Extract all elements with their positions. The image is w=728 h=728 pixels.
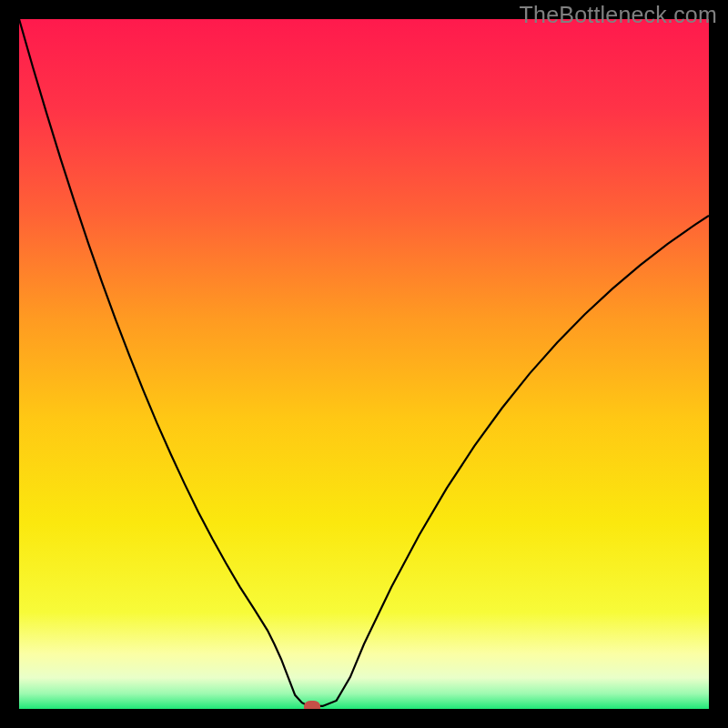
plot-area: [19, 19, 709, 709]
watermark-text: TheBottleneck.com: [520, 2, 717, 28]
chart-frame: TheBottleneck.com: [0, 0, 728, 728]
bottleneck-marker: [304, 701, 320, 709]
bottleneck-curve: [19, 19, 709, 709]
